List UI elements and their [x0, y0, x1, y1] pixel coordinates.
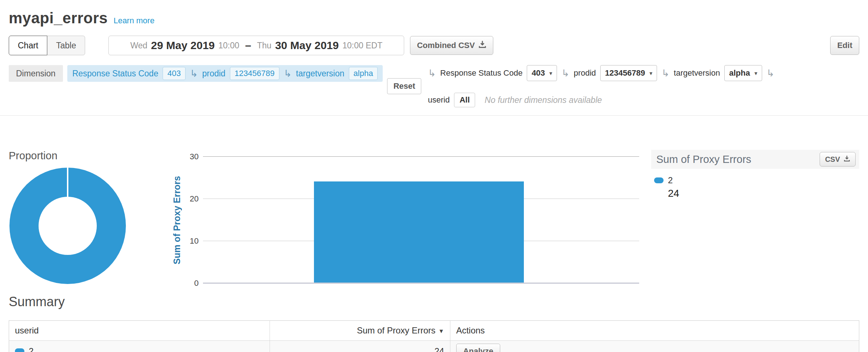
sum-cell: 24 [434, 346, 444, 352]
start-date: 29 May 2019 [151, 39, 215, 52]
combined-csv-label: Combined CSV [417, 41, 475, 50]
legend-header: Sum of Proxy Errors CSV [651, 150, 859, 169]
bar-chart-panel: Sum of Proxy Errors 0102030 [170, 150, 639, 283]
selected-value: 403 [531, 68, 545, 78]
legend-panel: Sum of Proxy Errors CSV 2 24 [651, 150, 859, 199]
column-label: Actions [456, 325, 485, 335]
proportion-title: Proportion [9, 150, 155, 162]
legend-item-value: 24 [668, 188, 859, 199]
column-label: userid [15, 325, 39, 335]
date-range-picker[interactable]: Wed 29 May 2019 10:00 – Thu 30 May 2019 … [108, 36, 404, 55]
page-title: myapi_errors [9, 9, 108, 27]
reset-button[interactable]: Reset [387, 78, 421, 94]
branch-arrow-icon: ↳ [561, 68, 569, 79]
bar-plot [203, 157, 639, 283]
response-status-code-select[interactable]: 403 ▾ [527, 65, 557, 81]
prodid-select[interactable]: 123456789 ▾ [600, 65, 657, 81]
branch-arrow-icon: ↳ [428, 68, 436, 79]
summary-title: Summary [9, 294, 859, 309]
chevron-down-icon: ▾ [649, 70, 652, 77]
download-icon [844, 155, 850, 164]
legend-title: Sum of Proxy Errors [656, 153, 820, 165]
selected-value: 123456789 [605, 68, 645, 78]
branch-arrow-icon: ↳ [284, 68, 292, 79]
filter-value[interactable]: 403 [163, 67, 186, 80]
column-label: Sum of Proxy Errors [357, 325, 435, 335]
charts-section: Proportion Sum of Proxy Errors 0102030 S… [0, 150, 868, 284]
y-tick-label: 10 [190, 236, 199, 246]
no-more-dimensions-text: No further dimensions available [485, 95, 602, 105]
start-day: Wed [130, 41, 147, 51]
bar-chart: Sum of Proxy Errors 0102030 [170, 157, 639, 283]
bar-series-2[interactable] [314, 181, 524, 283]
y-tick-label: 30 [190, 152, 199, 161]
section-divider [0, 115, 868, 116]
legend-item[interactable]: 2 [654, 175, 859, 185]
applied-filters-group: Response Status Code 403 ↳ prodid 123456… [67, 65, 383, 82]
userid-cell: 2 [29, 346, 33, 352]
targetversion-select[interactable]: alpha ▾ [724, 65, 762, 81]
selected-value: alpha [729, 68, 750, 78]
end-day: Thu [257, 41, 272, 51]
selector-name: prodid [574, 68, 596, 78]
y-tick-label: 20 [190, 194, 199, 204]
analytics-dashboard: myapi_errors Learn more Chart Table Wed … [0, 0, 868, 352]
end-date: 30 May 2019 [275, 39, 339, 52]
series-color-swatch [654, 177, 664, 183]
edit-button[interactable]: Edit [830, 36, 859, 55]
filter-value[interactable]: 123456789 [230, 67, 279, 80]
column-header-actions: Actions [450, 321, 859, 341]
csv-label: CSV [825, 155, 840, 164]
analyze-button[interactable]: Analyze [456, 344, 500, 352]
dimension-selectors: ↳ Response Status Code 403 ▾ ↳ prodid 12… [428, 65, 859, 107]
filter-value[interactable]: alpha [349, 67, 378, 80]
tab-table[interactable]: Table [47, 36, 85, 55]
table-row: 2 24 Analyze [9, 341, 859, 352]
controls-row: Chart Table Wed 29 May 2019 10:00 – Thu … [0, 36, 868, 55]
branch-arrow-icon: ↳ [190, 68, 198, 79]
learn-more-link[interactable]: Learn more [114, 16, 155, 25]
selector-name: targetversion [674, 68, 720, 78]
summary-section: Summary userid Sum of Proxy Errors▼ Acti… [0, 294, 868, 352]
download-icon [478, 40, 486, 51]
filter-name: prodid [202, 69, 226, 79]
page-header: myapi_errors Learn more [0, 0, 868, 27]
filter-name: targetversion [296, 69, 345, 79]
y-ticks: 0102030 [184, 157, 203, 283]
tab-chart[interactable]: Chart [9, 36, 47, 55]
y-axis-label: Sum of Proxy Errors [170, 157, 184, 283]
selector-name: Response Status Code [440, 68, 522, 78]
proportion-donut[interactable] [9, 168, 126, 284]
dimension-row: Dimension Response Status Code 403 ↳ pro… [0, 65, 868, 107]
userid-all-button[interactable]: All [454, 93, 475, 107]
summary-table: userid Sum of Proxy Errors▼ Actions [9, 320, 859, 352]
branch-arrow-icon: ↳ [767, 68, 775, 79]
chevron-down-icon: ▾ [754, 70, 757, 77]
table-header-row: userid Sum of Proxy Errors▼ Actions [9, 321, 859, 341]
branch-arrow-icon: ↳ [661, 68, 669, 79]
userid-label: userid [428, 95, 450, 105]
gridline [203, 283, 639, 283]
legend-item-label: 2 [668, 175, 673, 185]
view-toggle-group: Chart Table [9, 36, 85, 55]
start-time: 10:00 [218, 41, 239, 51]
column-header-sum-of-proxy-errors[interactable]: Sum of Proxy Errors▼ [270, 321, 450, 341]
column-header-userid[interactable]: userid [9, 321, 270, 341]
sort-desc-icon: ▼ [438, 328, 444, 334]
series-color-swatch [15, 348, 24, 352]
date-separator: – [243, 39, 254, 52]
proportion-panel: Proportion [9, 150, 155, 284]
dimension-label: Dimension [9, 65, 63, 82]
y-tick-label: 0 [194, 279, 199, 288]
csv-button[interactable]: CSV [820, 152, 856, 167]
filter-name: Response Status Code [72, 69, 159, 79]
combined-csv-button[interactable]: Combined CSV [410, 36, 493, 55]
end-time: 10:00 EDT [342, 41, 382, 51]
gridline [203, 156, 639, 157]
chevron-down-icon: ▾ [549, 70, 552, 77]
